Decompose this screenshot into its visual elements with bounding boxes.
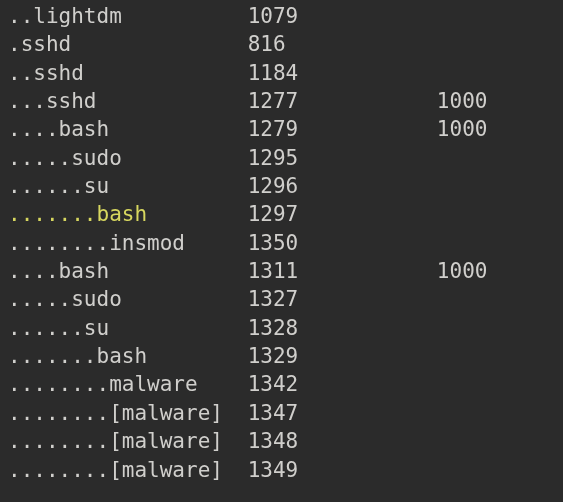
tree-prefix: ........ (8, 231, 109, 255)
process-uid: 1000 (437, 87, 563, 115)
process-name-cell: .sshd (8, 30, 248, 58)
tree-prefix: ....... (8, 202, 97, 226)
process-row: .......bash1297 (8, 200, 563, 228)
process-uid (437, 200, 563, 228)
process-pid: 816 (248, 30, 437, 58)
process-pid: 1329 (248, 342, 437, 370)
process-row: ........[malware]1348 (8, 427, 563, 455)
process-pid: 1297 (248, 200, 437, 228)
tree-prefix: ..... (8, 287, 71, 311)
process-name: bash (97, 344, 148, 368)
process-name-cell: .....sudo (8, 285, 248, 313)
process-uid: 1000 (437, 257, 563, 285)
process-row: ...sshd12771000 (8, 87, 563, 115)
process-uid: 1000 (437, 115, 563, 143)
process-name-cell: ..sshd (8, 59, 248, 87)
process-pid: 1350 (248, 229, 437, 257)
tree-prefix: . (8, 32, 21, 56)
process-uid (437, 314, 563, 342)
process-pid: 1279 (248, 115, 437, 143)
process-name-cell: ........insmod (8, 229, 248, 257)
process-name: [malware] (109, 458, 223, 482)
tree-prefix: ...... (8, 316, 84, 340)
process-uid (437, 399, 563, 427)
process-name: sshd (21, 32, 72, 56)
process-row: ..sshd1184 (8, 59, 563, 87)
process-uid (437, 229, 563, 257)
process-name: lightdm (33, 4, 122, 28)
process-row: ....bash12791000 (8, 115, 563, 143)
terminal-output: ..lightdm1079.sshd816..sshd1184...sshd12… (0, 0, 563, 502)
process-name-cell: .....sudo (8, 144, 248, 172)
process-row: .....sudo1327 (8, 285, 563, 313)
process-name-cell: ......su (8, 314, 248, 342)
process-uid (437, 342, 563, 370)
process-row: .......bash1329 (8, 342, 563, 370)
process-row: ....bash13111000 (8, 257, 563, 285)
tree-prefix: ........ (8, 458, 109, 482)
process-name: sudo (71, 146, 122, 170)
process-pid: 1295 (248, 144, 437, 172)
process-name: su (84, 316, 109, 340)
tree-prefix: .. (8, 4, 33, 28)
process-name: sudo (71, 287, 122, 311)
process-uid (437, 456, 563, 484)
process-pid: 1348 (248, 427, 437, 455)
tree-prefix: .... (8, 259, 59, 283)
process-row: ........[malware]1347 (8, 399, 563, 427)
process-name-cell: ...sshd (8, 87, 248, 115)
process-pid: 1296 (248, 172, 437, 200)
process-uid (437, 2, 563, 30)
tree-prefix: .... (8, 117, 59, 141)
tree-prefix: .. (8, 61, 33, 85)
process-name-cell: ....bash (8, 257, 248, 285)
process-pid: 1079 (248, 2, 437, 30)
process-pid: 1349 (248, 456, 437, 484)
process-pid: 1327 (248, 285, 437, 313)
process-name-cell: ........malware (8, 370, 248, 398)
process-name-cell: ..lightdm (8, 2, 248, 30)
process-row: .sshd816 (8, 30, 563, 58)
tree-prefix: ........ (8, 401, 109, 425)
process-uid (437, 144, 563, 172)
process-row: ........malware1342 (8, 370, 563, 398)
tree-prefix: ... (8, 89, 46, 113)
tree-prefix: ........ (8, 372, 109, 396)
process-name: su (84, 174, 109, 198)
process-pid: 1347 (248, 399, 437, 427)
process-name: [malware] (109, 401, 223, 425)
process-name-cell: ......su (8, 172, 248, 200)
process-name: bash (59, 117, 110, 141)
process-name: [malware] (109, 429, 223, 453)
process-row: ........insmod1350 (8, 229, 563, 257)
process-pid: 1328 (248, 314, 437, 342)
process-name: bash (59, 259, 110, 283)
process-name-cell: .......bash (8, 200, 248, 228)
process-row: ......su1328 (8, 314, 563, 342)
process-uid (437, 172, 563, 200)
tree-prefix: ........ (8, 429, 109, 453)
process-row: ..lightdm1079 (8, 2, 563, 30)
process-pid: 1342 (248, 370, 437, 398)
process-name: sshd (33, 61, 84, 85)
process-uid (437, 285, 563, 313)
process-uid (437, 59, 563, 87)
process-name-cell: ........[malware] (8, 427, 248, 455)
process-name-cell: ........[malware] (8, 456, 248, 484)
tree-prefix: ..... (8, 146, 71, 170)
process-name-cell: ........[malware] (8, 399, 248, 427)
process-uid (437, 30, 563, 58)
process-name: insmod (109, 231, 185, 255)
tree-prefix: ....... (8, 344, 97, 368)
process-name: sshd (46, 89, 97, 113)
tree-prefix: ...... (8, 174, 84, 198)
process-name-cell: .......bash (8, 342, 248, 370)
process-name: bash (97, 202, 148, 226)
process-row: .....sudo1295 (8, 144, 563, 172)
process-pid: 1184 (248, 59, 437, 87)
process-name: malware (109, 372, 198, 396)
process-uid (437, 370, 563, 398)
process-uid (437, 427, 563, 455)
process-pid: 1311 (248, 257, 437, 285)
process-pid: 1277 (248, 87, 437, 115)
